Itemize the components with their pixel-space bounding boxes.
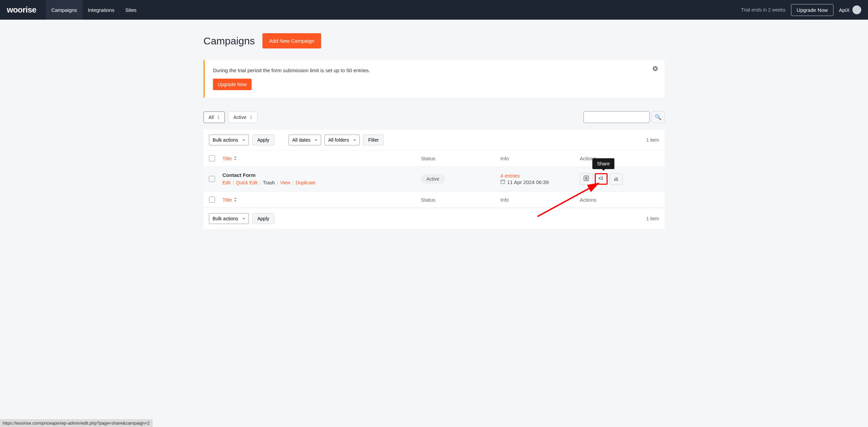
- search-icon: 🔍: [655, 114, 662, 120]
- trial-text: Trial ends in 2 weeks: [741, 7, 786, 13]
- share-tooltip: Share: [592, 158, 614, 169]
- share-button[interactable]: [595, 173, 608, 185]
- search-button[interactable]: 🔍: [652, 111, 665, 123]
- apply-button[interactable]: Apply: [252, 135, 274, 145]
- notice-upgrade-button[interactable]: Upgrade Now: [213, 79, 252, 90]
- action-bar-bottom: Bulk actions Apply 1 item: [203, 208, 665, 229]
- avatar: [852, 5, 861, 14]
- bulk-actions-select-bottom[interactable]: Bulk actions: [209, 213, 249, 224]
- column-actions: Actions: [580, 156, 659, 161]
- filter-all-count: 1: [217, 115, 220, 120]
- chart-icon: [613, 176, 619, 182]
- user-menu[interactable]: ApiX: [839, 5, 861, 14]
- nav-campaigns[interactable]: Campaigns: [46, 0, 82, 20]
- entries-link[interactable]: 4 entries: [500, 173, 580, 179]
- sort-icon: [234, 198, 237, 202]
- campaign-title[interactable]: Contact Form: [222, 172, 421, 178]
- filter-tabs: All 1 Active 1 🔍: [203, 111, 665, 123]
- column-status: Status: [421, 156, 500, 161]
- all-folders-select[interactable]: All folders: [324, 135, 360, 145]
- calendar-icon: [500, 179, 505, 185]
- status-badge: Active: [421, 174, 445, 184]
- search-input[interactable]: [584, 111, 650, 123]
- trash-link[interactable]: Trash: [263, 180, 275, 185]
- nav-integrations[interactable]: Integrations: [82, 0, 120, 20]
- svg-rect-1: [501, 180, 505, 184]
- item-count-bottom: 1 item: [646, 216, 659, 221]
- logo: woorise: [7, 5, 36, 15]
- table-row: Contact Form Edit | Quick Edit | Trash |…: [203, 166, 665, 191]
- campaign-date: 11 Apr 2024 06:39: [500, 179, 580, 185]
- page-title: Campaigns: [203, 35, 255, 47]
- column-status-bottom: Status: [421, 197, 500, 203]
- sort-icon: [234, 156, 237, 160]
- column-info: Info: [500, 156, 580, 161]
- app-header: woorise Campaigns Integrations Sites Tri…: [0, 0, 868, 20]
- select-all-checkbox-bottom[interactable]: [209, 197, 215, 203]
- item-count: 1 item: [646, 137, 659, 143]
- all-dates-select[interactable]: All dates: [289, 135, 321, 145]
- megaphone-icon: [598, 176, 604, 182]
- select-all-checkbox[interactable]: [209, 155, 215, 161]
- filter-active[interactable]: Active 1: [228, 111, 257, 123]
- duplicate-link[interactable]: Duplicate: [296, 180, 315, 185]
- column-title[interactable]: Title: [222, 156, 421, 161]
- row-actions: Edit | Quick Edit | Trash | View | Dupli…: [222, 180, 421, 185]
- column-actions-bottom: Actions: [580, 197, 659, 203]
- action-buttons: Share: [580, 173, 659, 185]
- filter-button[interactable]: Filter: [363, 135, 384, 145]
- quick-edit-link[interactable]: Quick Edit: [236, 180, 258, 185]
- add-campaign-button[interactable]: Add New Campaign: [262, 33, 321, 48]
- nav-sites[interactable]: Sites: [120, 0, 142, 20]
- main-nav: Campaigns Integrations Sites: [46, 0, 142, 20]
- table-footer: Title Status Info Actions: [203, 191, 665, 208]
- main-content: Campaigns Add New Campaign During the tr…: [197, 20, 671, 242]
- entries-button[interactable]: [580, 173, 593, 185]
- header-right: Trial ends in 2 weeks Upgrade Now ApiX: [741, 4, 861, 16]
- stats-button[interactable]: [610, 173, 623, 185]
- filter-active-label: Active: [233, 115, 246, 120]
- bulk-actions-select[interactable]: Bulk actions: [209, 135, 249, 145]
- edit-link[interactable]: Edit: [222, 180, 231, 185]
- apply-button-bottom[interactable]: Apply: [252, 213, 274, 224]
- close-icon[interactable]: [653, 66, 658, 72]
- list-icon: [584, 176, 589, 182]
- notice-text: During the trial period the form submiss…: [213, 67, 656, 73]
- action-bar-top: Bulk actions Apply All dates All folders…: [203, 130, 665, 150]
- filter-all-label: All: [209, 115, 214, 120]
- column-info-bottom: Info: [500, 197, 580, 203]
- filter-active-count: 1: [250, 115, 252, 120]
- upgrade-header-button[interactable]: Upgrade Now: [791, 4, 834, 16]
- username: ApiX: [839, 7, 850, 13]
- trial-notice: During the trial period the form submiss…: [203, 60, 665, 98]
- view-link[interactable]: View: [280, 180, 290, 185]
- row-checkbox[interactable]: [209, 176, 215, 182]
- page-header: Campaigns Add New Campaign: [203, 33, 665, 48]
- campaigns-table: Title Status Info Actions Contact Form E…: [203, 150, 665, 208]
- column-title-bottom[interactable]: Title: [222, 197, 421, 203]
- search-area: 🔍: [584, 111, 665, 123]
- filter-all[interactable]: All 1: [203, 111, 225, 123]
